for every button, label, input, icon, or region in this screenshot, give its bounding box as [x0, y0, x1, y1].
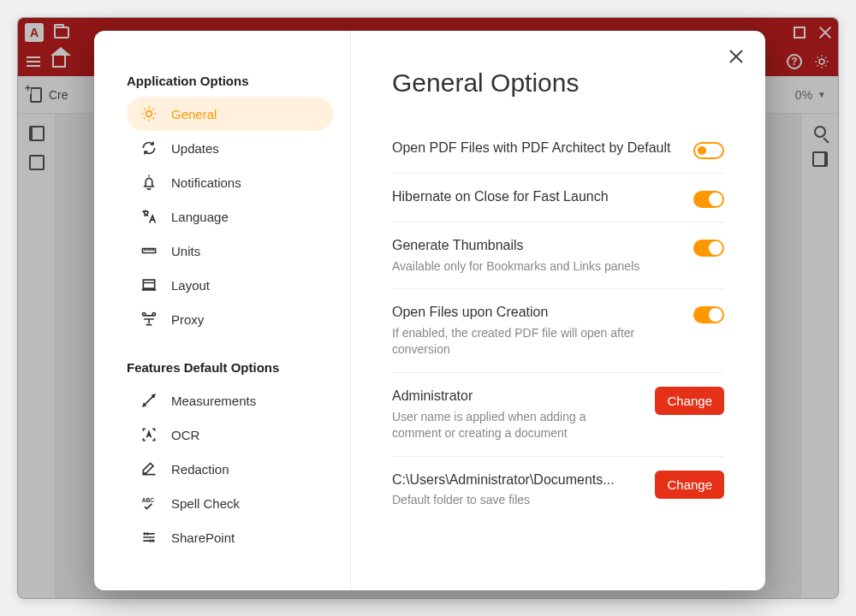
redaction-icon — [140, 460, 158, 477]
sidebar-label: Redaction — [171, 462, 229, 477]
sidebar-label: Notifications — [171, 175, 241, 190]
section-title-features: Features Default Options — [127, 360, 350, 375]
options-main-panel: General Options Open PDF Files with PDF … — [351, 31, 765, 590]
sidebar-item-notifications[interactable]: Notifications — [127, 165, 333, 199]
sidebar-item-sharepoint[interactable]: SharePoint — [127, 520, 333, 554]
sidebar-item-language[interactable]: Language — [127, 199, 333, 234]
sidebar-label: Spell Check — [171, 496, 240, 511]
option-title: Generate Thumbnails — [392, 236, 676, 255]
option-username: Administrator User name is applied when … — [392, 373, 724, 457]
option-default-open: Open PDF Files with PDF Architect by Def… — [392, 125, 724, 174]
option-title: C:\Users\Administrator\Documents... — [392, 471, 638, 489]
sync-icon — [140, 139, 158, 157]
sidebar-label: Measurements — [171, 394, 256, 408]
sidebar-item-redaction[interactable]: Redaction — [127, 452, 333, 486]
sidebar-item-layout[interactable]: Layout — [127, 268, 333, 302]
change-username-button[interactable]: Change — [655, 387, 724, 415]
toggle-open-on-create[interactable] — [693, 306, 724, 323]
sidebar-item-updates[interactable]: Updates — [127, 131, 333, 165]
toggle-hibernate[interactable] — [693, 191, 724, 208]
option-title: Open Files upon Creation — [392, 303, 676, 322]
option-hibernate: Hibernate on Close for Fast Launch — [392, 174, 724, 222]
sidebar-label: Language — [171, 210, 229, 224]
ruler-icon — [140, 242, 158, 259]
sidebar-label: OCR — [171, 428, 199, 442]
sidebar-item-general[interactable]: General — [127, 97, 333, 131]
option-subtitle: Default folder to save files — [392, 492, 638, 509]
option-open-on-create: Open Files upon Creation If enabled, the… — [392, 289, 724, 373]
gear-icon — [140, 105, 158, 122]
measure-icon — [140, 392, 158, 409]
sidebar-label: SharePoint — [171, 530, 235, 545]
panel-heading: General Options — [392, 68, 724, 98]
change-folder-button[interactable]: Change — [655, 471, 724, 499]
sidebar-item-measurements[interactable]: Measurements — [127, 383, 333, 418]
network-icon — [140, 311, 158, 328]
option-title: Hibernate on Close for Fast Launch — [392, 187, 676, 206]
toggle-default-open[interactable] — [693, 142, 724, 159]
svg-text:ABC: ABC — [142, 497, 155, 503]
options-dialog: Application Options General Updates Noti… — [94, 31, 765, 590]
sidebar-label: Updates — [171, 141, 219, 156]
layout-icon — [140, 276, 158, 293]
sidebar-label: Proxy — [171, 312, 204, 327]
close-button[interactable] — [728, 48, 745, 65]
toggle-thumbnails[interactable] — [693, 240, 724, 257]
sidebar-label: Layout — [171, 278, 210, 293]
section-title-app-options: Application Options — [127, 74, 350, 88]
option-title: Open PDF Files with PDF Architect by Def… — [392, 139, 676, 157]
sidebar-item-spellcheck[interactable]: ABC Spell Check — [127, 486, 333, 520]
option-subtitle: Available only for Bookmarks and Links p… — [392, 258, 676, 275]
bell-icon — [140, 174, 158, 191]
spellcheck-icon: ABC — [140, 495, 158, 512]
sidebar-item-units[interactable]: Units — [127, 234, 333, 268]
sidebar-label: Units — [171, 244, 200, 258]
option-subtitle: If enabled, the created PDF file will op… — [392, 325, 676, 358]
option-title: Administrator — [392, 387, 638, 406]
option-subtitle: User name is applied when adding a comme… — [392, 409, 638, 442]
sharepoint-icon — [140, 529, 158, 546]
sidebar-label: General — [171, 107, 217, 121]
options-sidebar: Application Options General Updates Noti… — [94, 31, 351, 590]
sidebar-item-proxy[interactable]: Proxy — [127, 302, 333, 336]
option-thumbnails: Generate Thumbnails Available only for B… — [392, 222, 724, 289]
ocr-icon — [140, 426, 158, 443]
sidebar-item-ocr[interactable]: OCR — [127, 418, 333, 452]
translate-icon — [140, 208, 158, 225]
option-default-folder: C:\Users\Administrator\Documents... Defa… — [392, 457, 724, 523]
